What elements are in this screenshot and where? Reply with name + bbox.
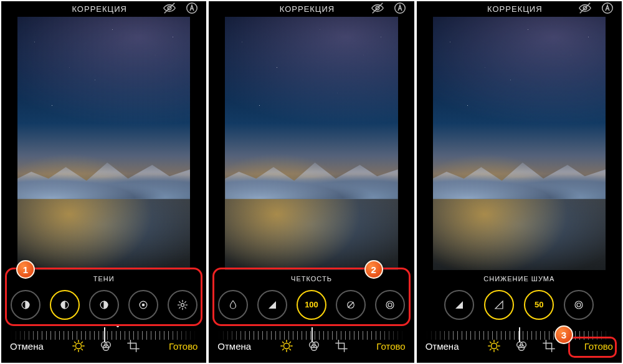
adjustment-dials (1, 285, 206, 324)
screen-title: КОРРЕКЦИЯ (452, 4, 578, 14)
filters-mode-icon[interactable] (307, 339, 321, 353)
dial-brilliance[interactable] (11, 290, 40, 320)
dial-noise[interactable] (336, 290, 366, 320)
crop-mode-icon[interactable] (542, 339, 556, 353)
photo-preview[interactable] (1, 17, 206, 271)
adjust-mode-icon[interactable] (487, 339, 501, 353)
photo-preview[interactable] (417, 17, 622, 271)
value-ruler[interactable] (427, 325, 612, 330)
dial-shadows[interactable] (50, 290, 80, 320)
screen-title: КОРРЕКЦИЯ (36, 4, 163, 14)
auto-markup-icon[interactable] (393, 1, 407, 17)
photo-image (433, 17, 606, 270)
editor-screen-2: КОРРЕКЦИЯ ЧЕТКОСТЬ 100 Отмена Готов (209, 1, 414, 363)
adjust-mode-icon[interactable] (280, 339, 293, 353)
hide-preview-icon[interactable] (163, 1, 176, 17)
editor-screen-3: КОРРЕКЦИЯ СНИЖЕНИЕ ШУМА 50 Отмена Готово (417, 1, 622, 363)
cancel-button[interactable]: Отмена (10, 341, 44, 352)
ruler-center-tick (519, 327, 520, 342)
svg-point-20 (283, 343, 289, 348)
svg-point-8 (181, 303, 184, 306)
ruler-center-tick (312, 327, 313, 342)
adjust-mode-icon[interactable] (72, 339, 85, 353)
dial-brightness[interactable] (128, 290, 158, 320)
svg-point-28 (577, 303, 581, 307)
done-button[interactable]: Готово (584, 341, 613, 352)
adjustment-label: ЧЕТКОСТЬ (209, 271, 414, 285)
adjustment-dials: 50 (417, 285, 622, 324)
dial-value: 50 (535, 300, 543, 309)
svg-point-9 (76, 343, 82, 348)
photo-preview[interactable] (209, 17, 414, 271)
svg-point-7 (142, 304, 144, 306)
adjustment-label: ТЕНИ (1, 271, 206, 285)
adjustment-dials: 100 (209, 285, 414, 324)
value-ruler[interactable] (219, 325, 404, 330)
hide-preview-icon[interactable] (371, 1, 384, 17)
dial-value: 100 (305, 300, 318, 309)
filters-mode-icon[interactable] (515, 339, 528, 353)
cancel-button[interactable]: Отмена (217, 341, 251, 352)
dial-vignette[interactable] (564, 290, 594, 320)
svg-point-27 (575, 301, 583, 309)
svg-point-18 (386, 301, 394, 309)
svg-line-17 (348, 302, 354, 307)
done-button[interactable]: Готово (376, 341, 405, 352)
screen-title: КОРРЕКЦИЯ (244, 4, 370, 14)
top-bar: КОРРЕКЦИЯ (1, 1, 206, 17)
top-bar: КОРРЕКЦИЯ (417, 1, 622, 17)
crop-mode-icon[interactable] (335, 339, 348, 353)
photo-image (225, 17, 397, 270)
dial-sharpness[interactable] (257, 290, 287, 320)
ruler-origin-dot (117, 325, 119, 327)
crop-mode-icon[interactable] (126, 339, 140, 353)
svg-point-19 (388, 303, 392, 307)
auto-markup-icon[interactable] (601, 1, 614, 17)
dial-definition[interactable]: 100 (297, 290, 326, 320)
dial-saturation[interactable] (218, 290, 248, 320)
adjustment-label: СНИЖЕНИЕ ШУМА (417, 271, 622, 285)
cancel-button[interactable]: Отмена (426, 341, 459, 352)
svg-point-29 (491, 343, 497, 348)
dial-definition[interactable] (484, 290, 514, 320)
dial-blackpoint[interactable] (168, 290, 197, 320)
ruler-center-tick (104, 327, 105, 342)
filters-mode-icon[interactable] (99, 339, 113, 353)
hide-preview-icon[interactable] (578, 1, 592, 17)
top-bar: КОРРЕКЦИЯ (209, 1, 414, 17)
dial-noise-reduction[interactable]: 50 (524, 290, 554, 320)
auto-markup-icon[interactable] (185, 1, 199, 17)
dial-sharpness[interactable] (444, 290, 474, 320)
dial-vignette[interactable] (375, 290, 405, 320)
editor-screen-1: КОРРЕКЦИЯ ТЕНИ Отмена Готово (1, 1, 206, 363)
photo-image (17, 17, 190, 270)
done-button[interactable]: Готово (169, 341, 197, 352)
dial-contrast[interactable] (89, 290, 119, 320)
value-ruler[interactable] (11, 325, 196, 330)
